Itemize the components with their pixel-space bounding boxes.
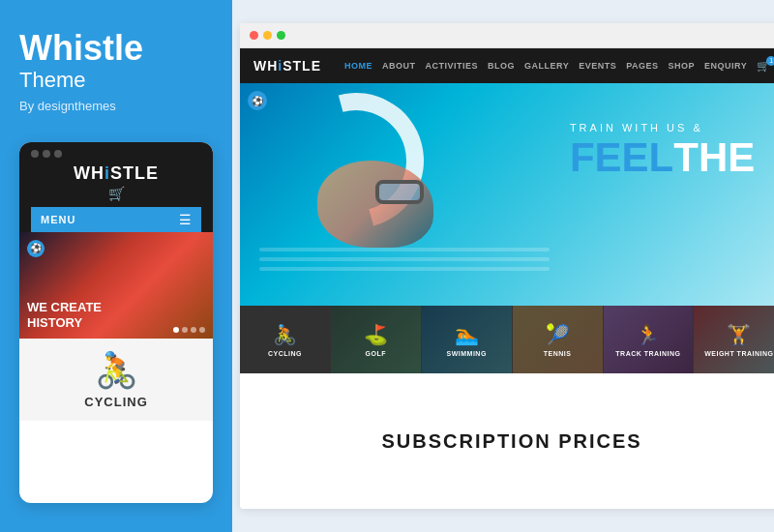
right-panel: WHiSTLE HOME ABOUT ACTIVITIES BLOG GALLE…: [240, 23, 774, 509]
activity-golf[interactable]: ⛳ GOLF: [331, 306, 422, 373]
nav-events[interactable]: EVENTS: [579, 61, 616, 71]
mobile-logo-bar: WHiSTLE 🛒: [74, 163, 159, 207]
activity-tennis[interactable]: 🎾 TENNIS: [513, 306, 604, 373]
weight-icon: 🏋: [727, 323, 751, 346]
mobile-menu-label: MENU: [41, 214, 75, 225]
football-icon: ⚽: [248, 91, 267, 110]
weight-label: WEIGHT TRAINING: [704, 350, 773, 357]
swimming-icon: 🏊: [455, 323, 479, 346]
mobile-football-icon: ⚽: [27, 240, 45, 257]
hero-the-text: THE: [673, 137, 755, 178]
hero-tagline: TRAIN WITH US &: [570, 122, 755, 133]
nav-home[interactable]: HOME: [344, 61, 372, 71]
swimmer-figure: [259, 83, 550, 306]
browser-dot-yellow[interactable]: [263, 31, 272, 40]
mobile-dot-3a: [191, 327, 196, 333]
tennis-icon: 🎾: [546, 323, 570, 346]
browser-dot-green[interactable]: [277, 31, 285, 40]
hamburger-icon[interactable]: ☰: [179, 212, 192, 227]
nav-shop[interactable]: SHOP: [669, 61, 696, 71]
mobile-logo: WHiSTLE: [74, 163, 159, 184]
activities-bar: 🚴 CYCLING ⛳ GOLF 🏊 SWIMMING 🎾 TENNIS 🏃: [240, 306, 774, 373]
hero-section: ⚽ TRAIN WITH US & FEEL THE: [240, 83, 774, 306]
nav-links: HOME ABOUT ACTIVITIES BLOG GALLERY EVENT…: [344, 60, 770, 73]
nav-enquiry[interactable]: ENQUIRY: [704, 61, 747, 71]
water-line-1: [259, 248, 550, 251]
cycling-icon-large: 🚴: [95, 350, 138, 391]
activity-track[interactable]: 🏃 TRACK TRAINING: [604, 306, 695, 373]
water-lines: [259, 248, 550, 306]
cycling-label: CYCLING: [84, 395, 148, 409]
nav-about[interactable]: ABOUT: [382, 61, 416, 71]
theme-author: By designthemes: [19, 99, 213, 113]
mobile-hero-dots: [173, 327, 205, 333]
golf-icon: ⛳: [364, 323, 388, 346]
tennis-label: TENNIS: [544, 350, 572, 357]
theme-name: Whistle: [19, 29, 213, 68]
cycling-icon: 🚴: [273, 323, 297, 346]
subscription-section: SUBSCRIPTION PRICES: [240, 373, 774, 509]
nav-logo-i: i: [278, 58, 283, 74]
mobile-dot-4a: [199, 327, 205, 333]
mobile-dot-2a: [182, 327, 188, 333]
mobile-logo-i: i: [104, 163, 110, 183]
mobile-dot-2: [43, 150, 50, 158]
mobile-cycling-section: 🚴 CYCLING: [19, 339, 213, 421]
theme-title: Whistle Theme By designthemes: [19, 29, 213, 142]
cycling-label-bar: CYCLING: [268, 350, 302, 357]
water-line-2: [259, 257, 550, 261]
nav-pages[interactable]: PAGES: [626, 61, 658, 71]
mobile-hero-bg: ⚽ WE CREATEHISTORY: [19, 232, 213, 339]
swimmer-goggles: [375, 180, 424, 204]
nav-cart-icon[interactable]: 🛒 1: [757, 60, 770, 73]
track-label: TRACK TRAINING: [615, 350, 680, 357]
mobile-cart-icon: 🛒: [108, 186, 125, 201]
mobile-menu-bar[interactable]: MENU ☰: [31, 207, 201, 232]
mobile-dot-1: [31, 150, 39, 158]
nav-cart-badge: 1: [766, 56, 774, 66]
golf-label: GOLF: [366, 350, 386, 357]
mobile-dot-3: [54, 150, 62, 158]
swimming-label: SWIMMING: [447, 350, 487, 357]
left-panel: Whistle Theme By designthemes WHiSTLE 🛒 …: [0, 0, 232, 532]
activity-weight[interactable]: 🏋 WEIGHT TRAINING: [694, 306, 774, 373]
subscription-title: SUBSCRIPTION PRICES: [382, 430, 642, 453]
mobile-hero-text: WE CREATEHISTORY: [27, 300, 102, 330]
hero-text-overlay: TRAIN WITH US & FEEL THE: [570, 122, 755, 178]
mobile-top-bar: WHiSTLE 🛒 MENU ☰: [19, 142, 213, 232]
nav-logo: WHiSTLE: [253, 58, 321, 74]
activity-swimming[interactable]: 🏊 SWIMMING: [422, 306, 513, 373]
activity-cycling[interactable]: 🚴 CYCLING: [240, 306, 331, 373]
browser-dot-red[interactable]: [250, 31, 258, 40]
nav-activities[interactable]: ACTIVITIES: [426, 61, 479, 71]
right-container: WHiSTLE HOME ABOUT ACTIVITIES BLOG GALLE…: [232, 0, 774, 532]
mobile-hero-section: ⚽ WE CREATEHISTORY: [19, 232, 213, 339]
track-icon: 🏃: [636, 323, 660, 346]
hero-swimmer-bg: ⚽ TRAIN WITH US & FEEL THE: [240, 83, 774, 306]
nav-blog[interactable]: BLOG: [488, 61, 515, 71]
browser-chrome: [240, 23, 774, 48]
nav-gallery[interactable]: GALLERY: [524, 61, 569, 71]
mobile-preview-card: WHiSTLE 🛒 MENU ☰ ⚽ WE CREATEHISTORY 🚴 C: [19, 142, 213, 503]
hero-main-text: FEEL THE: [570, 137, 755, 178]
mobile-browser-dots: [31, 150, 62, 158]
theme-subtitle: Theme: [19, 68, 213, 93]
nav-bar: WHiSTLE HOME ABOUT ACTIVITIES BLOG GALLE…: [240, 48, 774, 83]
water-line-3: [259, 267, 550, 271]
hero-feel-text: FEEL: [570, 137, 673, 178]
mobile-dot-active: [173, 327, 179, 333]
